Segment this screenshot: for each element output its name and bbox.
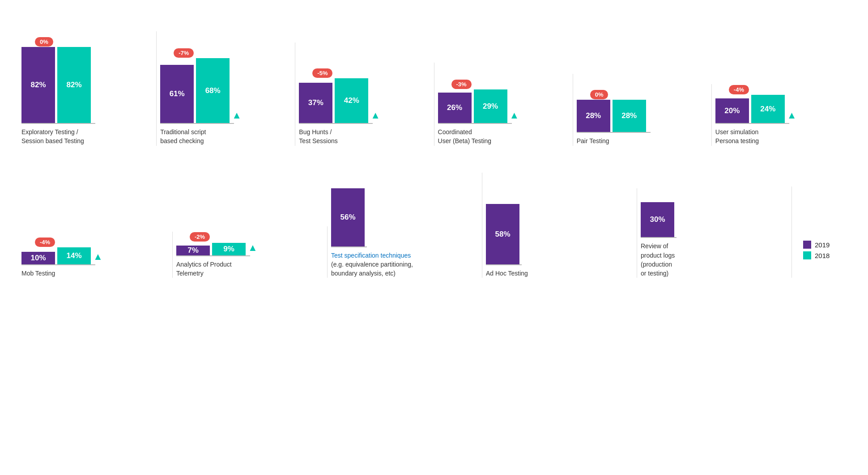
legend-label: 2018 (815, 252, 830, 259)
bar-2019-bughunts: 37% (299, 83, 332, 123)
bars-wrap-coordinated: -3%26%29%▲ (438, 74, 567, 124)
arrow-up-usersim: ▲ (787, 110, 797, 121)
bars-row-coordinated: -3%26%29%▲ (438, 89, 519, 123)
badge-usersim: -4% (729, 85, 749, 94)
bars-row-adhoc: 58% (486, 204, 519, 264)
bars-wrap-pair: 0%28%28% (577, 84, 706, 133)
col-bughunts: -5%37%42%▲Bug Hunts / Test Sessions (295, 63, 434, 146)
label-link-testspec[interactable]: Test specification techniques (331, 252, 411, 259)
chart-row-0: 0%82%82%Exploratory Testing / Session ba… (18, 31, 850, 146)
badge-mob: -4% (35, 238, 55, 247)
label-bughunts: Bug Hunts / Test Sessions (299, 127, 388, 146)
bar-2019-analytics: 7% (176, 246, 210, 255)
bar-2018-coordinated: 29% (474, 89, 507, 123)
legend-label: 2019 (815, 241, 830, 249)
bar-2018-analytics: 9% (212, 243, 246, 255)
bars-row-usersim: -4%20%24%▲ (715, 95, 797, 123)
bars-wrap-bughunts: -5%37%42%▲ (299, 63, 428, 124)
bottom-line-exploratory (21, 123, 95, 124)
bar-2019-traditional: 61% (160, 65, 194, 123)
arrow-up-analytics: ▲ (248, 242, 258, 254)
bar-2018-usersim: 24% (751, 95, 785, 123)
bar-2019-usersim: 20% (715, 98, 749, 123)
legend-item: 2018 (803, 251, 850, 259)
bar-2018-traditional: 68% (196, 58, 230, 123)
badge-coordinated: -3% (451, 80, 472, 89)
bar-2019-testspec: 56% (331, 188, 365, 246)
bars-wrap-testspec: 56% (331, 173, 477, 247)
bar-2019-mob: 10% (21, 252, 55, 264)
bottom-line-pair (577, 132, 651, 133)
bar-2018-pair: 28% (613, 100, 646, 132)
col-coordinated: -3%26%29%▲Coordinated User (Beta) Testin… (434, 74, 573, 146)
bars-wrap-adhoc: 58% (486, 188, 631, 265)
bottom-line-bughunts (299, 123, 373, 124)
label-coordinated: Coordinated User (Beta) Testing (438, 127, 528, 146)
bar-2019-coordinated: 26% (438, 93, 472, 123)
col-exploratory: 0%82%82%Exploratory Testing / Session ba… (18, 31, 157, 146)
legend: 20192018 (792, 241, 850, 278)
bar-2019-reviewlogs: 30% (641, 202, 674, 237)
col-usersim: -4%20%24%▲User simulation Persona testin… (712, 79, 850, 146)
bottom-line-coordinated (438, 123, 512, 124)
bar-2018-mob: 14% (57, 247, 91, 264)
bottom-line-analytics (176, 255, 250, 256)
bars-row-reviewlogs: 30% (641, 202, 674, 237)
col-pair: 0%28%28%Pair Testing (573, 84, 712, 145)
bottom-line-testspec (331, 246, 367, 247)
bars-wrap-traditional: -7%61%68%▲ (160, 42, 289, 124)
bar-2018-exploratory: 82% (57, 47, 91, 123)
label-traditional: Traditional script based checking (160, 127, 250, 146)
badge-pair: 0% (590, 90, 608, 99)
col-adhoc: 58%Ad Hoc Testing (482, 188, 637, 278)
bar-2018-bughunts: 42% (335, 78, 368, 123)
bars-wrap-mob: -4%10%14%▲ (21, 232, 167, 265)
label-testspec: Test specification techniques (e.g. equi… (331, 251, 421, 278)
bar-2019-adhoc: 58% (486, 204, 519, 264)
bottom-line-reviewlogs (641, 237, 677, 238)
bars-row-pair: 0%28%28% (577, 100, 646, 132)
chart-container: 0%82%82%Exploratory Testing / Session ba… (18, 31, 850, 278)
col-testspec: 56%Test specification techniques (e.g. e… (328, 173, 482, 278)
legend-item: 2019 (803, 241, 850, 249)
bars-row-traditional: -7%61%68%▲ (160, 58, 242, 123)
badge-analytics: -2% (190, 232, 210, 242)
bars-wrap-usersim: -4%20%24%▲ (715, 79, 845, 124)
col-analytics: -2%7%9%▲Analytics of Product Telemetry (173, 226, 328, 278)
bars-row-bughunts: -5%37%42%▲ (299, 78, 380, 123)
bars-row-testspec: 56% (331, 188, 365, 246)
col-mob: -4%10%14%▲Mob Testing (18, 232, 173, 278)
bottom-line-adhoc (486, 264, 522, 265)
bar-2019-pair: 28% (577, 100, 610, 132)
badge-bughunts: -5% (312, 68, 332, 78)
bars-wrap-analytics: -2%7%9%▲ (176, 226, 322, 256)
arrow-up-mob: ▲ (93, 251, 103, 263)
label-analytics: Analytics of Product Telemetry (176, 260, 266, 278)
legend-color-box (803, 251, 811, 259)
col-reviewlogs: 30%Review of product logs (production or… (637, 187, 792, 278)
bars-row-exploratory: 0%82%82% (21, 47, 91, 123)
bottom-line-mob (21, 264, 95, 265)
col-traditional: -7%61%68%▲Traditional script based check… (157, 42, 295, 146)
label-usersim: User simulation Persona testing (715, 127, 805, 146)
bottom-line-traditional (160, 123, 234, 124)
label-adhoc: Ad Hoc Testing (486, 269, 575, 278)
label-mob: Mob Testing (21, 269, 111, 278)
arrow-up-bughunts: ▲ (370, 110, 380, 121)
arrow-up-coordinated: ▲ (510, 110, 519, 121)
bar-2019-exploratory: 82% (21, 47, 55, 123)
label-exploratory: Exploratory Testing / Session based Test… (21, 127, 111, 146)
badge-exploratory: 0% (35, 37, 53, 47)
arrow-up-traditional: ▲ (232, 110, 242, 121)
bars-row-analytics: -2%7%9%▲ (176, 242, 258, 255)
legend-color-box (803, 241, 811, 249)
badge-traditional: -7% (174, 48, 194, 58)
bars-wrap-exploratory: 0%82%82% (21, 31, 151, 124)
bottom-line-usersim (715, 123, 789, 124)
label-pair: Pair Testing (577, 136, 666, 145)
chart-row-1: -4%10%14%▲Mob Testing-2%7%9%▲Analytics o… (18, 173, 850, 278)
label-reviewlogs: Review of product logs (production or te… (641, 242, 730, 278)
bars-row-mob: -4%10%14%▲ (21, 247, 103, 264)
bars-wrap-reviewlogs: 30% (641, 187, 786, 238)
